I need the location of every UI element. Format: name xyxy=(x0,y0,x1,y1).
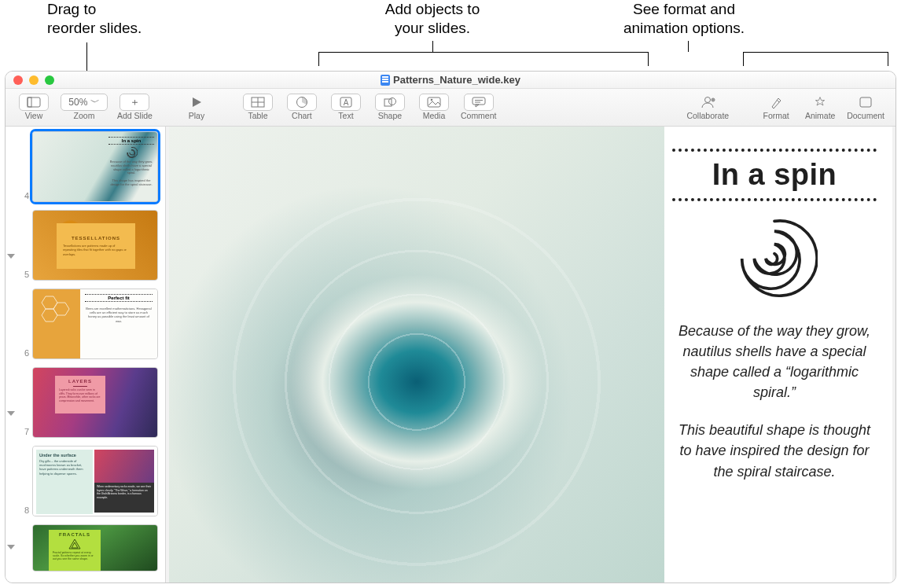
view-icon xyxy=(27,97,41,108)
divider-dots xyxy=(672,149,877,152)
collaborate-button[interactable]: Collaborate xyxy=(683,92,732,122)
slide-image-nautilus[interactable] xyxy=(169,127,664,582)
media-icon xyxy=(427,97,441,108)
add-slide-label: Add Slide xyxy=(117,111,153,120)
slide-thumb-8[interactable]: 8 Under the surface Dry gills – the unde… xyxy=(18,446,160,516)
play-label: Play xyxy=(189,111,204,120)
disclosure-icon[interactable] xyxy=(7,545,15,549)
shape-label: Shape xyxy=(378,111,402,120)
slide-number xyxy=(18,570,29,571)
titlebar[interactable]: Patterns_Nature_wide.key xyxy=(6,72,895,89)
window-title: Patterns_Nature_wide.key xyxy=(6,74,895,86)
thumb-title: LAYERS xyxy=(68,379,92,384)
thumb-title: In a spin xyxy=(108,137,154,145)
comment-label: Comment xyxy=(461,111,497,120)
disclosure-icon[interactable] xyxy=(7,411,15,416)
svg-marker-27 xyxy=(69,539,80,549)
slide-thumb-4[interactable]: 4 In a spin Because of the way they grow… xyxy=(18,131,160,202)
animate-icon xyxy=(812,96,828,108)
callout-reorder: Drag to reorder slides. xyxy=(47,0,220,38)
slide-thumb-9[interactable]: FRACTALS Fractal patterns repeat at ever… xyxy=(18,524,160,571)
comment-button[interactable]: Comment xyxy=(458,92,500,122)
slide-number: 4 xyxy=(18,191,29,202)
document-label: Document xyxy=(847,111,884,120)
view-button[interactable]: View xyxy=(13,92,54,122)
format-label: Format xyxy=(763,111,789,120)
play-button[interactable]: Play xyxy=(176,92,217,122)
zoom-button[interactable]: 50% ﹀ Zoom xyxy=(57,92,111,122)
slide-thumb-6[interactable]: 6 Perfect fit Bees are excellent mathema… xyxy=(18,288,160,359)
collaborate-label: Collaborate xyxy=(686,111,729,120)
shape-icon xyxy=(384,97,396,108)
slide-thumb-5[interactable]: 5 TESSELLATIONS Tessellations are patter… xyxy=(18,210,160,281)
spiral-icon[interactable] xyxy=(731,215,818,302)
slide-navigator[interactable]: 4 In a spin Because of the way they grow… xyxy=(6,127,166,582)
document-icon xyxy=(381,75,390,86)
table-button[interactable]: Table xyxy=(237,92,278,122)
app-window: Patterns_Nature_wide.key View 50% ﹀ Zoom… xyxy=(5,71,896,583)
svg-text:A: A xyxy=(344,98,349,107)
text-icon: A xyxy=(340,97,352,108)
svg-rect-1 xyxy=(28,97,31,107)
svg-marker-26 xyxy=(42,309,57,322)
collaborate-icon xyxy=(700,96,715,108)
svg-point-12 xyxy=(431,99,433,101)
slide-canvas[interactable]: In a spin Because of the way they grow, … xyxy=(166,127,895,582)
thumb-title: FRACTALS xyxy=(59,532,90,537)
window-title-text: Patterns_Nature_wide.key xyxy=(393,74,520,86)
callout-add-objects: Add objects to your slides. xyxy=(338,0,527,38)
slide-number: 8 xyxy=(18,505,29,516)
svg-rect-0 xyxy=(28,97,40,107)
thumb-title: Under the surface xyxy=(39,453,90,458)
svg-line-21 xyxy=(777,100,779,102)
current-slide[interactable]: In a spin Because of the way they grow, … xyxy=(169,127,892,582)
slide-paragraph-1[interactable]: Because of the way they grow, nautilus s… xyxy=(672,321,877,402)
plus-icon: ＋ xyxy=(120,94,149,111)
chart-label: Chart xyxy=(292,111,312,120)
svg-marker-14 xyxy=(476,105,479,107)
svg-rect-13 xyxy=(473,97,485,105)
slide-paragraph-2[interactable]: This beautiful shape is thought to have … xyxy=(672,420,877,481)
svg-point-17 xyxy=(705,97,711,103)
zoom-value: 50% xyxy=(68,97,87,108)
comment-icon xyxy=(472,97,486,108)
document-button-icon xyxy=(859,97,872,108)
text-button[interactable]: A Text xyxy=(325,92,366,122)
thumb-title: Perfect fit xyxy=(85,294,153,302)
format-icon xyxy=(769,96,783,108)
slide-number: 5 xyxy=(18,270,29,281)
chart-icon xyxy=(296,96,308,108)
media-button[interactable]: Media xyxy=(414,92,454,122)
divider-dots xyxy=(672,198,877,201)
text-label: Text xyxy=(338,111,353,120)
play-icon xyxy=(191,97,202,108)
svg-rect-23 xyxy=(860,97,871,107)
shape-button[interactable]: Shape xyxy=(370,92,410,122)
animate-button[interactable]: Animate xyxy=(800,92,840,122)
svg-marker-22 xyxy=(816,97,825,105)
document-button[interactable]: Document xyxy=(844,92,888,122)
svg-rect-9 xyxy=(384,99,392,106)
add-slide-button[interactable]: ＋ Add Slide xyxy=(114,92,156,122)
chevron-down-icon: ﹀ xyxy=(90,96,100,109)
disclosure-icon[interactable] xyxy=(7,254,15,259)
callout-add-objects-text: Add objects to your slides. xyxy=(385,1,480,36)
table-label: Table xyxy=(248,111,267,120)
chart-button[interactable]: Chart xyxy=(281,92,322,122)
animate-label: Animate xyxy=(805,111,836,120)
thumb-title: TESSELLATIONS xyxy=(72,236,120,241)
slide-thumb-7[interactable]: 7 LAYERS Layered rocks can be seen in cl… xyxy=(18,367,160,438)
zoom-label: Zoom xyxy=(74,111,95,120)
toolbar: View 50% ﹀ Zoom ＋ Add Slide Play Table C… xyxy=(6,89,895,127)
slide-title[interactable]: In a spin xyxy=(672,158,877,192)
table-icon xyxy=(251,97,265,108)
callout-format-text: See format and animation options. xyxy=(623,1,745,36)
svg-point-10 xyxy=(388,98,395,105)
media-label: Media xyxy=(423,111,446,120)
svg-marker-2 xyxy=(193,97,201,107)
format-button[interactable]: Format xyxy=(756,92,796,122)
view-label: View xyxy=(25,111,43,120)
callout-reorder-text: Drag to reorder slides. xyxy=(47,1,142,36)
callout-format: See format and animation options. xyxy=(582,0,786,38)
slide-number: 7 xyxy=(18,427,29,438)
